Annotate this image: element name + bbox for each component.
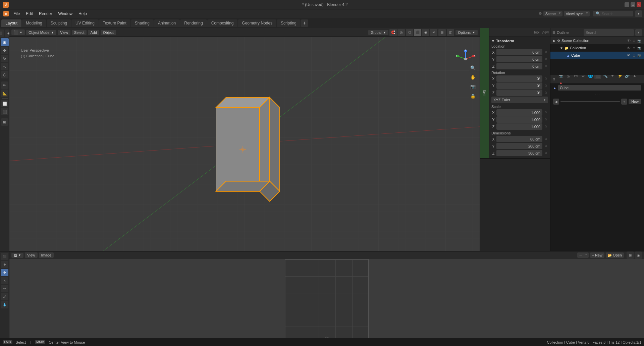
- loc-y-field[interactable]: 0 cm: [496, 56, 542, 62]
- extra-tool[interactable]: ⊞: [1, 118, 8, 126]
- zoom-in-btn[interactable]: 🔍: [469, 64, 477, 72]
- tab-modeling[interactable]: Modeling: [22, 19, 46, 27]
- ie-view-btn[interactable]: View: [25, 252, 38, 258]
- scale-y-field[interactable]: 1.000: [496, 116, 542, 123]
- overlay-btn[interactable]: ⊞: [438, 29, 446, 36]
- lock-btn[interactable]: 🔒: [469, 92, 477, 100]
- loc-z-field[interactable]: 0 cm: [496, 63, 542, 69]
- snap-btn[interactable]: 🧲: [389, 29, 397, 36]
- ie-image-btn[interactable]: Image: [39, 252, 54, 258]
- outliner-collection[interactable]: ▼ 📁 Collection 👁 ⊙ 📷: [550, 44, 644, 52]
- tab-shading[interactable]: Shading: [131, 19, 154, 27]
- tab-compositing[interactable]: Compositing: [207, 19, 238, 27]
- cube-restrict[interactable]: ⊙: [633, 54, 635, 57]
- menu-file[interactable]: File: [11, 11, 22, 17]
- restore-btn[interactable]: □: [631, 2, 635, 7]
- material-field[interactable]: [560, 101, 620, 102]
- menu-edit[interactable]: Edit: [23, 11, 36, 17]
- tab-texture-paint[interactable]: Texture Paint: [99, 19, 130, 27]
- object-mode-btn[interactable]: Object Mode ▼: [26, 30, 56, 35]
- cursor-tool[interactable]: ⊕: [1, 38, 9, 46]
- scale-z-copy[interactable]: ⧉: [543, 124, 548, 129]
- editor-type-btn[interactable]: ⬛ ▼: [11, 30, 25, 35]
- ie-cursor-btn[interactable]: ⬛: [1, 253, 8, 260]
- collection-render[interactable]: 📷: [637, 46, 641, 50]
- tab-item[interactable]: Item: [480, 28, 489, 158]
- viewlayer-selector[interactable]: ViewLayer ▼: [564, 11, 590, 16]
- rot-x-copy[interactable]: ⧉: [543, 76, 548, 81]
- image-canvas[interactable]: ⊕: [9, 259, 644, 338]
- dim-z-copy[interactable]: ⧉: [543, 151, 548, 156]
- prop-icon-viewlayer[interactable]: 🎞: [572, 75, 579, 79]
- outliner-search[interactable]: [584, 29, 634, 36]
- rot-z-copy[interactable]: ⧉: [543, 91, 548, 95]
- menu-blender[interactable]: B: [2, 11, 10, 16]
- object-name-field[interactable]: Cube: [558, 85, 641, 91]
- scale-x-copy[interactable]: ⧉: [543, 110, 548, 115]
- loc-z-copy[interactable]: ⧉: [543, 64, 548, 69]
- ie-open-btn[interactable]: 📂 Open: [606, 252, 624, 258]
- tab-scripting[interactable]: Scripting: [277, 19, 301, 27]
- tab-geometry-nodes[interactable]: Geometry Nodes: [238, 19, 276, 27]
- collection-visibility[interactable]: 👁: [627, 46, 631, 50]
- ie-snap-btn[interactable]: ⊞: [627, 251, 634, 259]
- material-btn[interactable]: ◉: [422, 29, 429, 36]
- add-workspace-btn[interactable]: +: [301, 19, 308, 27]
- cube-render[interactable]: 📷: [637, 54, 641, 57]
- prop-icon-output[interactable]: 🖨: [565, 75, 572, 79]
- xray-btn[interactable]: ◫: [447, 29, 454, 36]
- ie-editor-type-btn[interactable]: 🖼 ▼: [11, 253, 23, 258]
- window-controls[interactable]: ─ □ ✕: [625, 2, 641, 7]
- prev-material-btn[interactable]: ◀: [553, 99, 559, 105]
- outliner-scene-collection[interactable]: ▶ ⚙ Scene Collection 👁 ⊙ 📷: [550, 37, 644, 44]
- options-btn[interactable]: Options ▼: [455, 30, 478, 35]
- view-mode-btn[interactable]: ⬛: [0, 30, 4, 37]
- ie-image-select[interactable]: ─ ▼: [577, 252, 589, 258]
- rot-z-field[interactable]: 0°: [496, 90, 542, 96]
- scale-z-field[interactable]: 1.000: [496, 123, 542, 130]
- add-menu-btn[interactable]: Add: [88, 30, 99, 35]
- add-cube-tool[interactable]: ⬜: [1, 100, 8, 107]
- global-transform-btn[interactable]: Global ▼: [368, 30, 388, 35]
- collection-restrict[interactable]: ⊙: [633, 46, 635, 50]
- menu-help[interactable]: Help: [76, 11, 90, 17]
- menu-render[interactable]: Render: [36, 11, 55, 17]
- outliner-filter-btn[interactable]: ▼: [635, 29, 642, 36]
- filter-btn[interactable]: ▼: [635, 10, 642, 17]
- select-menu-btn[interactable]: Select: [72, 30, 87, 35]
- solid-btn[interactable]: ⬛: [414, 29, 421, 36]
- prop-icon-render[interactable]: 📷: [557, 75, 564, 79]
- 3d-viewport[interactable]: User Perspective (1) Collection | Cube: [9, 37, 480, 251]
- ie-draw-btn[interactable]: 🖊: [1, 293, 8, 300]
- ie-annotate-btn[interactable]: ✏: [1, 285, 8, 292]
- tool-tab[interactable]: Tool: [533, 31, 539, 34]
- dim-x-copy[interactable]: ⧉: [543, 137, 548, 141]
- dim-z-field[interactable]: 300 cm: [496, 150, 542, 156]
- menu-window[interactable]: Window: [55, 11, 75, 17]
- rendered-btn[interactable]: ☀: [430, 29, 437, 36]
- scale-x-field[interactable]: 1.000: [496, 109, 542, 116]
- tab-sculpting[interactable]: Sculpting: [47, 19, 71, 27]
- new-material-btn[interactable]: New: [629, 99, 641, 104]
- rot-x-field[interactable]: 0°: [496, 75, 542, 82]
- dim-x-field[interactable]: 80 cm: [496, 136, 542, 142]
- camera-btn[interactable]: 📷: [469, 82, 477, 91]
- loc-x-field[interactable]: 0 cm: [496, 49, 542, 55]
- tab-uv-editing[interactable]: UV Editing: [71, 19, 99, 27]
- object-menu-btn[interactable]: Object: [101, 30, 116, 35]
- scene-collection-restrict[interactable]: ⊙: [633, 39, 635, 43]
- rotate-tool[interactable]: ↻: [1, 55, 8, 62]
- ie-new-btn[interactable]: + New: [590, 252, 604, 258]
- wireframe-btn[interactable]: ⬡: [406, 29, 413, 36]
- dim-y-field[interactable]: 200 cm: [496, 143, 542, 149]
- tab-animation[interactable]: Animation: [154, 19, 180, 27]
- measure-tool[interactable]: 📐: [1, 90, 8, 97]
- rot-y-copy[interactable]: ⧉: [543, 83, 548, 88]
- add-material-btn[interactable]: +: [621, 99, 627, 105]
- scene-collection-render[interactable]: 📷: [637, 39, 641, 43]
- pan-btn[interactable]: ✋: [469, 73, 477, 81]
- move-tool[interactable]: ✥: [1, 47, 8, 54]
- rot-y-field[interactable]: 0°: [496, 82, 542, 89]
- outliner-cube[interactable]: ▲ Cube 👁 ⊙ 📷: [550, 52, 644, 59]
- tab-layout[interactable]: Layout: [1, 19, 21, 27]
